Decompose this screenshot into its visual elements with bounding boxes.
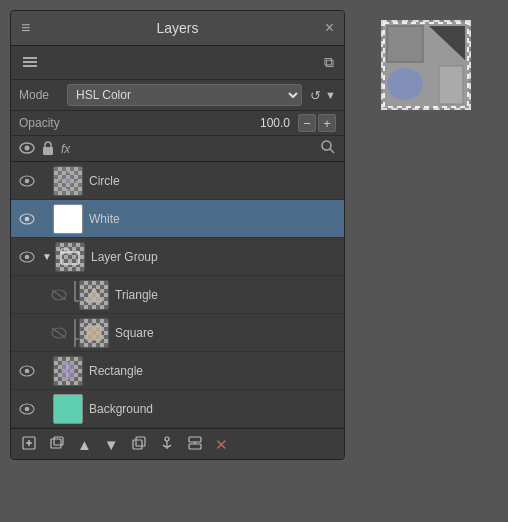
layer-item-white[interactable]: White (11, 200, 344, 238)
mode-select[interactable]: HSL Color Normal Dissolve Multiply Scree… (67, 84, 302, 106)
mode-label: Mode (19, 88, 59, 102)
svg-rect-0 (23, 57, 37, 59)
svg-point-9 (25, 178, 30, 183)
svg-point-4 (25, 145, 30, 150)
visibility-white[interactable] (15, 213, 39, 225)
svg-point-6 (322, 141, 331, 150)
new-layer-button[interactable] (17, 433, 41, 455)
delete-button[interactable]: ✕ (211, 435, 232, 454)
opacity-plus-button[interactable]: + (318, 114, 336, 132)
preview-area (361, 10, 471, 110)
svg-rect-50 (439, 66, 463, 104)
svg-point-13 (25, 216, 30, 221)
svg-rect-38 (54, 437, 63, 445)
svg-rect-47 (387, 26, 423, 62)
svg-rect-44 (189, 444, 201, 449)
svg-rect-2 (23, 65, 37, 67)
filter-row: fx (11, 136, 344, 162)
layer-item-circle[interactable]: Circle (11, 162, 344, 200)
layer-name-group: Layer Group (91, 250, 340, 264)
layers-list: Circle White ▼ Layer Group (11, 162, 344, 428)
mode-row: Mode HSL Color Normal Dissolve Multiply … (11, 80, 344, 111)
svg-rect-43 (189, 437, 201, 442)
duplicate-button[interactable] (127, 433, 151, 455)
svg-point-49 (387, 68, 423, 100)
thumb-rectangle (53, 356, 83, 386)
panel-title: Layers (30, 20, 324, 36)
svg-point-15 (25, 254, 30, 259)
layer-name-background: Background (89, 402, 340, 416)
thumb-square (79, 318, 109, 348)
restore-button[interactable]: ⧉ (320, 52, 338, 73)
svg-rect-40 (136, 437, 145, 446)
reset-mode-icon[interactable]: ↺ (310, 88, 321, 103)
visibility-rectangle[interactable] (15, 365, 39, 377)
thumb-group (55, 242, 85, 272)
svg-line-7 (330, 149, 334, 153)
visibility-square[interactable] (47, 327, 71, 339)
merge-button[interactable] (183, 433, 207, 455)
bottom-toolbar: ▲ ▼ ✕ (11, 428, 344, 459)
filter-fx-icon[interactable]: fx (61, 142, 70, 156)
opacity-controls: − + (298, 114, 336, 132)
thumb-circle (53, 166, 83, 196)
svg-rect-27 (87, 326, 101, 340)
opacity-minus-button[interactable]: − (298, 114, 316, 132)
visibility-group[interactable] (15, 251, 39, 263)
svg-point-29 (25, 368, 30, 373)
svg-rect-5 (43, 147, 53, 155)
thumb-white (53, 204, 83, 234)
svg-rect-39 (133, 440, 142, 449)
svg-point-11 (64, 177, 72, 185)
layer-item-triangle[interactable]: Triangle (11, 276, 344, 314)
svg-marker-22 (86, 288, 102, 302)
layer-name-white: White (89, 212, 340, 226)
layer-name-rectangle: Rectangle (89, 364, 340, 378)
opacity-value: 100.0 (82, 116, 290, 130)
mode-extra-icon[interactable]: ▼ (325, 89, 336, 101)
search-icon[interactable] (320, 139, 336, 158)
thumb-triangle (79, 280, 109, 310)
panel-menu-icon[interactable]: ≡ (21, 19, 30, 37)
layers-stack-button[interactable] (17, 50, 43, 75)
svg-rect-16 (61, 252, 79, 264)
layer-item-background[interactable]: Background (11, 390, 344, 428)
layer-item-group[interactable]: ▼ Layer Group (11, 238, 344, 276)
filter-lock-icon[interactable] (41, 140, 55, 158)
top-toolbar: ⧉ (11, 46, 344, 80)
new-from-visible-button[interactable] (45, 433, 69, 455)
close-button[interactable]: × (325, 20, 334, 36)
svg-point-33 (25, 406, 30, 411)
visibility-background[interactable] (15, 403, 39, 415)
title-bar: ≡ Layers × (11, 11, 344, 46)
mode-icons: ↺ ▼ (310, 88, 336, 103)
layer-name-triangle: Triangle (115, 288, 340, 302)
thumb-background (53, 394, 83, 424)
visibility-triangle[interactable] (47, 289, 71, 301)
layer-name-square: Square (115, 326, 340, 340)
preview-box (381, 20, 471, 110)
filter-eye-icon[interactable] (19, 141, 35, 157)
svg-rect-37 (51, 439, 61, 448)
opacity-row: Opacity 100.0 − + (11, 111, 344, 136)
opacity-label: Opacity (19, 116, 74, 130)
svg-rect-1 (23, 61, 37, 63)
move-up-button[interactable]: ▲ (73, 435, 96, 454)
visibility-circle[interactable] (15, 175, 39, 187)
svg-point-41 (165, 437, 169, 441)
group-expand-icon[interactable]: ▼ (39, 251, 55, 262)
layer-item-square[interactable]: Square (11, 314, 344, 352)
layer-name-circle: Circle (89, 174, 340, 188)
move-down-button[interactable]: ▼ (100, 435, 123, 454)
layers-panel: ≡ Layers × ⧉ Mode HSL Color Normal Disso… (10, 10, 345, 460)
anchor-button[interactable] (155, 433, 179, 455)
svg-rect-30 (62, 363, 74, 379)
layer-item-rectangle[interactable]: Rectangle (11, 352, 344, 390)
